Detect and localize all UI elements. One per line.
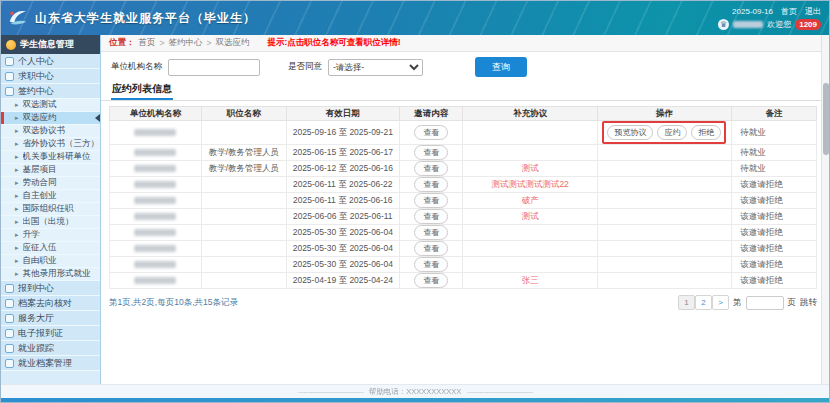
sidebar-item-机关事业科研单位[interactable]: ▸机关事业科研单位 <box>1 151 100 164</box>
position-cell <box>201 225 286 241</box>
vertical-scrollbar[interactable] <box>821 35 829 384</box>
position-cell <box>201 273 286 289</box>
table-row: 教学/教务管理人员2025-06-12 至 2025-06-16查看测试待就业 <box>110 161 817 177</box>
sidebar-item-其他录用形式就业[interactable]: ▸其他录用形式就业 <box>1 268 100 281</box>
page-button-1[interactable]: 1 <box>678 295 695 310</box>
supplement-cell <box>463 241 597 257</box>
table-row: 2025-04-19 至 2025-04-24查看张三该邀请拒绝 <box>110 273 817 289</box>
remark-cell: 待就业 <box>732 161 817 177</box>
agree-select[interactable]: -请选择- <box>328 59 423 76</box>
org-name-input[interactable] <box>168 59 260 76</box>
view-button[interactable]: 查看 <box>414 193 448 208</box>
query-button[interactable]: 查询 <box>475 57 527 77</box>
next-page-button[interactable]: > <box>712 295 729 310</box>
sidebar-item-label: 签约中心 <box>18 85 54 98</box>
breadcrumb-separator: > <box>206 38 211 48</box>
sidebar-item-报到中心[interactable]: 报到中心 <box>1 281 100 296</box>
remark-cell: 该邀请拒绝 <box>732 241 817 257</box>
view-button[interactable]: 查看 <box>414 125 448 140</box>
sidebar-item-就业档案管理[interactable]: 就业档案管理 <box>1 356 100 371</box>
date-cell: 2025-05-30 至 2025-06-04 <box>286 225 399 241</box>
date-cell: 2025-05-30 至 2025-06-04 <box>286 257 399 273</box>
sidebar-item-省外协议书（三方）[interactable]: ▸省外协议书（三方） <box>1 138 100 151</box>
breadcrumb-home[interactable]: 首页 <box>139 37 156 49</box>
sidebar-item-双选应约[interactable]: ▸双选应约 <box>1 112 100 125</box>
breadcrumb-sign-center[interactable]: 签约中心 <box>168 37 202 49</box>
actions-cell <box>597 161 731 177</box>
caret-icon: ▸ <box>15 218 19 226</box>
date-cell: 2025-04-19 至 2025-04-24 <box>286 273 399 289</box>
org-name-redacted <box>134 277 176 284</box>
sidebar-item-服务大厅[interactable]: 服务大厅 <box>1 311 100 326</box>
sidebar-item-基层项目[interactable]: ▸基层项目 <box>1 164 100 177</box>
org-name-redacted <box>134 197 176 204</box>
scrollbar-thumb[interactable] <box>823 83 829 155</box>
position-cell <box>201 257 286 273</box>
table-header-row: 单位机构名称 职位名称 有效日期 邀请内容 补充协议 操作 备注 <box>110 107 817 121</box>
list-section-title: 应约列表信息 <box>111 82 173 100</box>
remark-cell: 该邀请拒绝 <box>732 209 817 225</box>
view-button[interactable]: 查看 <box>414 161 448 176</box>
accept-button[interactable]: 应约 <box>657 125 687 140</box>
sidebar-header: 学生信息管理 <box>1 35 100 54</box>
invite-cell: 查看 <box>399 161 463 177</box>
view-button[interactable]: 查看 <box>414 257 448 272</box>
preview-agreement-button[interactable]: 预览协议 <box>607 125 653 140</box>
sidebar-item-自主创业[interactable]: ▸自主创业 <box>1 190 100 203</box>
sidebar-item-劳动合同[interactable]: ▸劳动合同 <box>1 177 100 190</box>
sidebar-item-双选协议书[interactable]: ▸双选协议书 <box>1 125 100 138</box>
pen-icon <box>5 87 14 96</box>
sidebar-item-自由职业[interactable]: ▸自由职业 <box>1 255 100 268</box>
sidebar-item-出国（出境）[interactable]: ▸出国（出境） <box>1 216 100 229</box>
table-row: 2025-06-11 至 2025-06-22查看测试测试测试测试22该邀请拒绝 <box>110 177 817 193</box>
list-section-header: 应约列表信息 <box>101 82 829 101</box>
sidebar-item-label: 就业档案管理 <box>18 357 72 370</box>
sidebar-title: 学生信息管理 <box>20 38 74 51</box>
sidebar-item-双选测试[interactable]: ▸双选测试 <box>1 99 100 112</box>
supplement-cell: 张三 <box>463 273 597 289</box>
sidebar-item-个人中心[interactable]: 个人中心 <box>1 54 100 69</box>
breadcrumb: 位置： 首页 > 签约中心 > 双选应约 提示:点击职位名称可查看职位详情! <box>101 35 829 52</box>
service-icon <box>5 314 14 323</box>
view-button[interactable]: 查看 <box>414 209 448 224</box>
platform-logo-icon <box>7 7 29 29</box>
sidebar-item-电子报到证[interactable]: 电子报到证 <box>1 326 100 341</box>
view-button[interactable]: 查看 <box>414 177 448 192</box>
actions-cell <box>597 145 731 161</box>
view-button[interactable]: 查看 <box>414 273 448 288</box>
reject-button[interactable]: 拒绝 <box>691 125 721 140</box>
sidebar-item-应征入伍[interactable]: ▸应征入伍 <box>1 242 100 255</box>
sidebar-item-label: 报到中心 <box>18 282 54 295</box>
org-name-redacted <box>134 245 176 252</box>
date-cell: 2025-06-15 至 2025-06-17 <box>286 145 399 161</box>
sidebar-item-就业跟踪[interactable]: 就业跟踪 <box>1 341 100 356</box>
home-link[interactable]: 首页 <box>781 6 797 17</box>
org-cell <box>110 161 202 177</box>
goto-page-input[interactable] <box>746 296 784 310</box>
view-button[interactable]: 查看 <box>414 145 448 160</box>
invitation-table-wrap: 单位机构名称 职位名称 有效日期 邀请内容 补充协议 操作 备注 2025-09… <box>101 101 829 289</box>
invite-cell: 查看 <box>399 209 463 225</box>
supplement-text: 张三 <box>522 275 539 285</box>
page-button-2[interactable]: 2 <box>695 295 712 310</box>
sidebar-item-label: 其他录用形式就业 <box>23 268 91 280</box>
notification-badge[interactable]: 1209 <box>795 19 821 30</box>
username-redacted <box>733 21 763 28</box>
view-button[interactable]: 查看 <box>414 225 448 240</box>
sidebar-item-求职中心[interactable]: 求职中心 <box>1 69 100 84</box>
bottom-accent-bar <box>1 398 829 402</box>
goto-button[interactable]: 跳转 <box>800 297 817 309</box>
supplement-cell: 测试 <box>463 209 597 225</box>
app-title: 山东省大学生就业服务平台（毕业生） <box>35 10 256 27</box>
logout-link[interactable]: 退出 <box>805 6 821 17</box>
sidebar-item-签约中心[interactable]: 签约中心 <box>1 84 100 99</box>
org-name-redacted <box>134 229 176 236</box>
sidebar-item-国际组织任职[interactable]: ▸国际组织任职 <box>1 203 100 216</box>
sidebar-item-档案去向核对[interactable]: 档案去向核对 <box>1 296 100 311</box>
org-cell <box>110 225 202 241</box>
view-button[interactable]: 查看 <box>414 241 448 256</box>
goto-suffix: 页 <box>788 297 797 309</box>
actions-cell <box>597 273 731 289</box>
sidebar-item-升学[interactable]: ▸升学 <box>1 229 100 242</box>
col-org: 单位机构名称 <box>110 107 202 121</box>
